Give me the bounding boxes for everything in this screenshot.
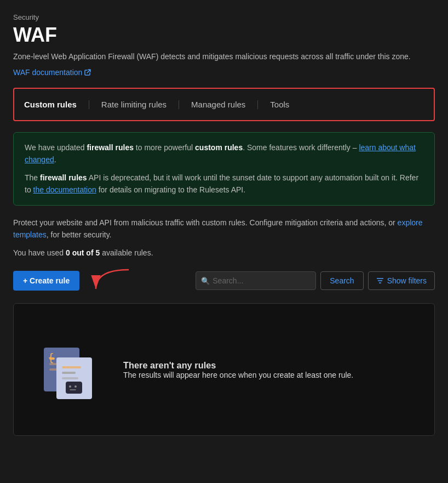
search-input[interactable] — [196, 271, 316, 290]
empty-state-text: There aren't any rules The results will … — [123, 360, 353, 379]
tab-divider-1 — [89, 100, 89, 109]
page-description: Zone-level Web Application Firewall (WAF… — [13, 51, 435, 62]
search-button[interactable]: Search — [320, 271, 363, 290]
create-rule-button[interactable]: + Create rule — [13, 271, 79, 291]
svg-text:{: { — [48, 351, 54, 364]
search-input-wrapper: 🔍 — [196, 271, 316, 290]
empty-state-illustration: { — [36, 337, 101, 402]
tabs-container: Custom rules Rate limiting rules Managed… — [13, 88, 435, 121]
page-title: WAF — [13, 24, 435, 47]
info-line-2: The firewall rules API is deprecated, bu… — [25, 172, 423, 196]
external-link-icon — [84, 69, 91, 76]
search-icon: 🔍 — [201, 277, 210, 285]
arrow-indicator — [85, 267, 134, 294]
filters-icon — [376, 277, 384, 285]
tab-tools[interactable]: Tools — [260, 96, 299, 112]
section-label: Security — [13, 13, 435, 21]
svg-point-16 — [74, 385, 77, 388]
tab-divider-3 — [257, 100, 258, 109]
action-bar: + Create rule 🔍 Search S — [13, 267, 435, 294]
show-filters-button[interactable]: Show filters — [368, 271, 435, 290]
tab-managed-rules[interactable]: Managed rules — [181, 96, 255, 112]
rules-count-text: You have used 0 out of 5 available rules… — [13, 248, 435, 257]
info-banner: We have updated firewall rules to more p… — [13, 132, 435, 206]
waf-doc-link[interactable]: WAF documentation — [13, 68, 91, 77]
tab-custom-rules[interactable]: Custom rules — [24, 96, 87, 112]
empty-state-description: The results will appear here once when y… — [123, 371, 353, 379]
search-area: 🔍 Search Show filters — [196, 271, 435, 290]
svg-point-15 — [69, 385, 71, 388]
info-line-1: We have updated firewall rules to more p… — [25, 141, 423, 166]
empty-state-title: There aren't any rules — [123, 360, 353, 371]
svg-rect-11 — [62, 366, 81, 368]
protect-description: Protect your website and API from malici… — [13, 217, 435, 241]
svg-rect-12 — [62, 372, 76, 374]
svg-rect-14 — [66, 382, 82, 394]
explore-templates-link[interactable]: explore templates — [13, 218, 423, 239]
tab-rate-limiting[interactable]: Rate limiting rules — [91, 96, 176, 112]
svg-rect-13 — [62, 377, 78, 379]
documentation-link[interactable]: the documentation — [33, 185, 96, 194]
tab-divider-2 — [179, 100, 179, 109]
empty-state-container: { There aren't any rules The results wil… — [13, 303, 435, 436]
